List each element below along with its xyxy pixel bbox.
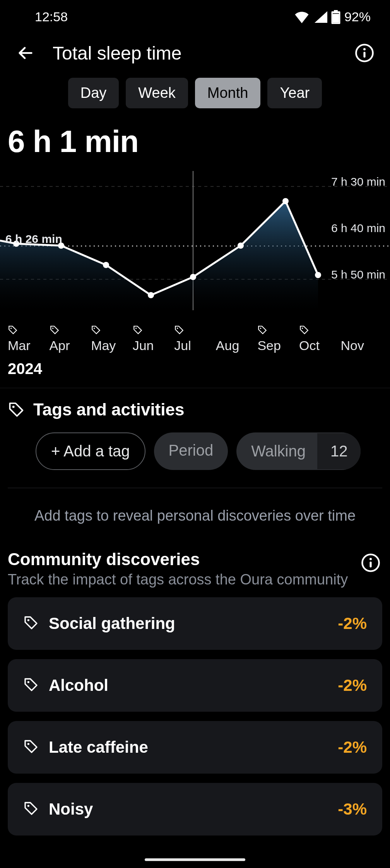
tag-icon	[133, 325, 143, 335]
cell-signal-icon	[313, 11, 327, 23]
battery-icon	[331, 10, 340, 24]
y-tick-2: 5 h 50 min	[331, 268, 385, 281]
svg-point-10	[103, 262, 109, 268]
svg-point-15	[315, 272, 321, 278]
svg-point-28	[27, 681, 29, 683]
svg-rect-26	[369, 562, 371, 567]
time-range-segmented: Day Week Month Year	[0, 76, 390, 120]
tag-icon	[8, 401, 25, 418]
x-tick: Sep	[257, 338, 299, 353]
segment-year[interactable]: Year	[267, 78, 322, 108]
svg-point-29	[27, 743, 29, 745]
tag-icon	[50, 325, 60, 335]
card-label: Noisy	[49, 800, 338, 818]
x-tick: Nov	[341, 338, 383, 353]
tag-icon	[257, 325, 267, 335]
chip-count: 12	[317, 433, 361, 469]
x-tick: May	[91, 338, 133, 353]
card-label: Alcohol	[49, 676, 338, 695]
svg-point-30	[27, 805, 29, 807]
svg-point-12	[190, 274, 196, 280]
svg-point-25	[369, 558, 372, 560]
svg-point-23	[12, 406, 15, 408]
x-tick: Mar	[8, 338, 50, 353]
card-delta: -2%	[338, 614, 367, 633]
community-title: Community discoveries	[8, 550, 359, 569]
tag-chip-period[interactable]: Period	[154, 432, 228, 470]
tag-icon	[23, 677, 39, 692]
community-cards: Social gathering -2% Alcohol -2% Late ca…	[0, 592, 390, 836]
back-button[interactable]	[14, 41, 37, 65]
info-icon	[354, 43, 375, 63]
svg-point-17	[52, 328, 53, 329]
svg-rect-0	[333, 14, 339, 22]
tag-icon	[299, 325, 309, 335]
sleep-chart[interactable]: 7 h 30 min 6 h 40 min 5 h 50 min 6 h 26 …	[0, 171, 390, 318]
info-icon	[361, 553, 381, 573]
x-tick: Apr	[50, 338, 91, 353]
svg-point-16	[10, 328, 12, 329]
card-delta: -2%	[338, 676, 367, 695]
card-delta: -3%	[338, 800, 367, 818]
tag-icon	[23, 739, 39, 754]
x-tick: Jul	[174, 338, 216, 353]
card-label: Late caffeine	[49, 738, 338, 757]
svg-point-13	[238, 243, 244, 249]
x-tick: Oct	[299, 338, 341, 353]
community-card[interactable]: Late caffeine -2%	[8, 721, 382, 774]
y-tick-0: 7 h 30 min	[331, 175, 385, 188]
svg-point-2	[363, 48, 366, 50]
svg-point-22	[302, 328, 303, 329]
community-info-button[interactable]	[359, 551, 382, 574]
y-tick-1: 6 h 40 min	[331, 222, 385, 234]
status-battery-pct: 92%	[344, 9, 371, 24]
card-label: Social gathering	[49, 614, 338, 633]
wifi-icon	[294, 11, 310, 23]
arrow-left-icon	[17, 44, 34, 62]
tags-hint: Add tags to reveal personal discoveries …	[8, 488, 382, 547]
status-time: 12:58	[35, 9, 68, 24]
chart-x-axis: Mar Apr May Jun Jul Aug Sep Oct Nov	[0, 318, 390, 353]
segment-month[interactable]: Month	[195, 78, 261, 108]
svg-point-19	[135, 328, 137, 329]
status-right: 92%	[294, 9, 371, 24]
header: Total sleep time	[0, 34, 390, 76]
tags-section: Tags and activities + Add a tag Period W…	[0, 388, 390, 547]
community-card[interactable]: Social gathering -2%	[8, 597, 382, 650]
segment-week[interactable]: Week	[126, 78, 188, 108]
svg-point-18	[94, 328, 95, 329]
tag-icon	[23, 801, 39, 816]
chip-label: Walking	[236, 433, 317, 469]
svg-point-14	[282, 198, 289, 204]
tag-icon	[23, 615, 39, 630]
tag-icon	[91, 325, 101, 335]
community-card[interactable]: Alcohol -2%	[8, 659, 382, 712]
svg-point-21	[260, 328, 261, 329]
community-subtitle: Track the impact of tags across the Oura…	[8, 571, 359, 588]
tag-chip-walking[interactable]: Walking 12	[236, 432, 361, 470]
summary-value: 6 h 1 min	[0, 120, 390, 171]
add-tag-chip[interactable]: + Add a tag	[36, 432, 145, 470]
community-header: Community discoveries Track the impact o…	[0, 547, 390, 592]
tag-icon	[8, 325, 18, 335]
segment-day[interactable]: Day	[68, 78, 119, 108]
home-indicator[interactable]	[145, 858, 245, 861]
status-bar: 12:58 92%	[0, 0, 390, 34]
x-tick: Aug	[216, 338, 258, 353]
community-card[interactable]: Noisy -3%	[8, 783, 382, 836]
svg-rect-3	[363, 52, 365, 58]
svg-point-27	[27, 619, 29, 621]
page-title: Total sleep time	[53, 43, 353, 64]
info-button[interactable]	[353, 41, 376, 65]
avg-label: 6 h 26 min	[5, 232, 62, 245]
tag-icon	[174, 325, 184, 335]
chart-year: 2024	[0, 353, 390, 388]
svg-point-11	[148, 292, 154, 298]
svg-point-20	[177, 328, 178, 329]
x-tick: Jun	[133, 338, 174, 353]
card-delta: -2%	[338, 738, 367, 757]
tags-title: Tags and activities	[33, 400, 184, 419]
